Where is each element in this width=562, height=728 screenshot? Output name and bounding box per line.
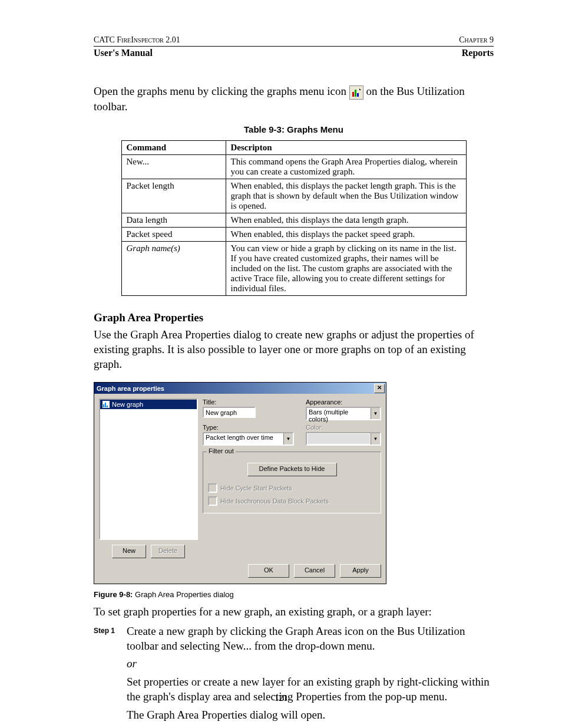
svg-rect-1 <box>355 90 356 97</box>
page-number: 121 <box>0 693 562 703</box>
graph-area-properties-dialog: Graph area properties ✕ New graph New De… <box>94 382 386 584</box>
color-picker: ▼ <box>306 432 381 446</box>
list-item-label: New graph <box>112 401 143 408</box>
hide-cycle-start-label: Hide Cycle Start Packets <box>220 485 292 492</box>
step-1-label: Step 1 <box>94 624 127 722</box>
svg-rect-2 <box>357 93 359 97</box>
desc-cell: You can view or hide a graph by clicking… <box>226 242 466 296</box>
define-packets-button[interactable]: Define Packets to Hide <box>247 463 337 476</box>
type-combo[interactable]: Packet length over time ▼ <box>203 432 294 446</box>
header-section: Reports <box>462 48 494 58</box>
svg-rect-5 <box>107 406 108 407</box>
cmd-cell: Graph name(s) <box>121 242 226 296</box>
desc-cell: When enabled, this displays the packet s… <box>226 228 466 242</box>
delete-button: Delete <box>151 545 185 558</box>
appearance-combo[interactable]: Bars (multiple colors) ▼ <box>306 407 381 420</box>
header-chapter: Chapter 9 <box>459 35 494 45</box>
svg-rect-0 <box>352 92 354 97</box>
table-caption: Table 9-3: Graphs Menu <box>94 124 494 134</box>
filter-out-legend: Filter out <box>207 447 236 454</box>
type-label: Type: <box>203 424 294 431</box>
table-row: Packet length When enabled, this display… <box>121 179 466 213</box>
chevron-down-icon[interactable]: ▼ <box>283 433 293 444</box>
desc-cell: This command opens the Graph Area Proper… <box>226 155 466 179</box>
hide-iso-label: Hide Isochronous Data Block Packets <box>220 498 329 505</box>
step-2-text: (For a graph layer only) Click New. <box>127 726 494 728</box>
section-paragraph: Use the Graph Area Properties dialog to … <box>94 328 494 371</box>
hide-cycle-start-checkbox <box>208 483 217 493</box>
table-header-command: Command <box>121 141 226 155</box>
post-paragraph: To set graph properties for a new graph,… <box>94 605 494 620</box>
appearance-value: Bars (multiple colors) <box>307 408 371 419</box>
intro-paragraph: Open the graphs menu by clicking the gra… <box>94 84 494 114</box>
svg-rect-4 <box>105 403 106 407</box>
title-input[interactable] <box>203 407 256 418</box>
figure-caption-num: Figure 9-8: <box>94 590 133 599</box>
dialog-title: Graph area properties <box>97 385 164 392</box>
svg-rect-3 <box>103 404 104 407</box>
type-value: Packet length over time <box>204 433 283 444</box>
hide-iso-checkbox <box>208 496 217 506</box>
cmd-cell: Packet speed <box>121 228 226 242</box>
intro-text-a: Open the graphs menu by clicking the gra… <box>94 85 349 97</box>
step-1-text-a: Create a new graph by clicking the Graph… <box>127 624 494 653</box>
chevron-down-icon[interactable]: ▼ <box>371 408 380 419</box>
step-2-label: Step 2 <box>94 726 127 728</box>
dialog-titlebar: Graph area properties ✕ <box>94 383 386 394</box>
header-product: CATC FireInspector 2.01 <box>94 35 180 45</box>
figure-caption-text: Graph Area Properties dialog <box>133 590 233 599</box>
graph-item-icon <box>102 400 110 409</box>
desc-cell: When enabled, this displays the packet l… <box>226 179 466 213</box>
table-row: Data length When enabled, this displays … <box>121 213 466 228</box>
new-button[interactable]: New <box>112 545 146 558</box>
figure-caption: Figure 9-8: Graph Area Properties dialog <box>94 590 494 599</box>
step-1-text-c: The Graph Area Properties dialog will op… <box>127 708 494 723</box>
cmd-cell: Packet length <box>121 179 226 213</box>
table-header-description: Descripton <box>226 141 466 155</box>
table-row: New... This command opens the Graph Area… <box>121 155 466 179</box>
ok-button[interactable]: OK <box>248 564 289 578</box>
cmd-cell: Data length <box>121 213 226 228</box>
desc-cell: When enabled, this displays the data len… <box>226 213 466 228</box>
cmd-cell: New... <box>121 155 226 179</box>
header-manual: User's Manual <box>94 48 153 58</box>
step-1-or: or <box>127 657 494 671</box>
section-heading: Graph Area Properties <box>94 311 494 324</box>
table-row: Packet speed When enabled, this displays… <box>121 228 466 242</box>
graphs-menu-table: Command Descripton New... This command o… <box>121 140 467 296</box>
cancel-button[interactable]: Cancel <box>294 564 335 578</box>
appearance-label: Appearance: <box>306 398 381 406</box>
graphs-menu-icon <box>349 85 363 100</box>
chevron-down-icon: ▼ <box>371 433 380 444</box>
color-label: Color: <box>306 424 381 431</box>
apply-button[interactable]: Apply <box>340 564 381 578</box>
list-item[interactable]: New graph <box>100 400 197 409</box>
title-label: Title: <box>203 398 294 406</box>
filter-out-group: Filter out Define Packets to Hide Hide C… <box>203 452 381 513</box>
table-row: Graph name(s) You can view or hide a gra… <box>121 242 466 296</box>
close-icon[interactable]: ✕ <box>374 384 385 393</box>
graph-listbox[interactable]: New graph <box>99 398 198 540</box>
